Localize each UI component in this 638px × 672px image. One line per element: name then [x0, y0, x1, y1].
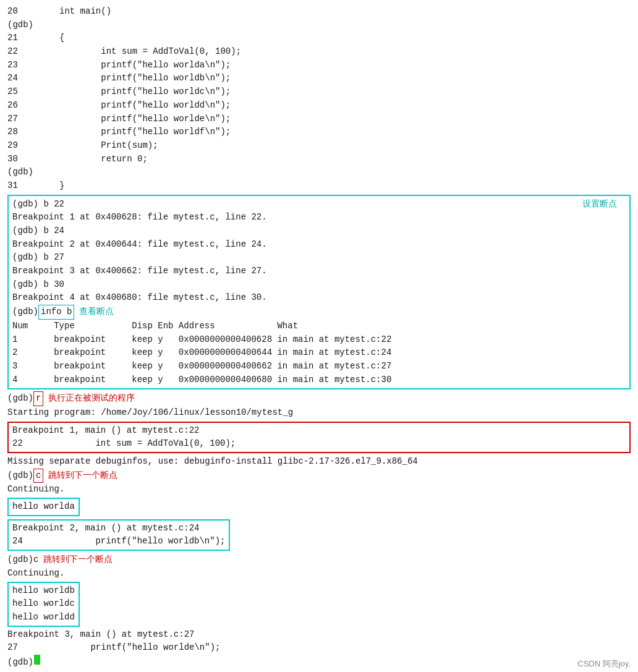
run-label: 执行正在被测试的程序: [48, 391, 135, 405]
continuing2: Continuing.: [7, 567, 631, 581]
bp1-hit-line2: 22 int sum = AddToVal(0, 100);: [12, 437, 626, 451]
bp3-hit: Breakpoint 3, main () at mytest.c:27: [7, 628, 631, 642]
code-line-30: 30 return 0;: [7, 153, 631, 166]
output2-line2: hello worldc: [12, 597, 75, 611]
bp-cmd-4: (gdb) b 30: [12, 278, 626, 292]
final-prompt-text: (gdb): [7, 656, 33, 670]
bp2-hit-line2: 24 printf("hello worldb\n");: [12, 535, 225, 548]
continue2-label: 跳转到下一个断点: [43, 553, 113, 566]
terminal: 20 int main() (gdb) 21 { 22 int sum = Ad…: [0, 0, 638, 672]
continuing1: Continuing.: [7, 483, 631, 496]
bp1-hit-line1: Breakpoint 1, main () at mytest.c:22: [12, 424, 626, 438]
bp-table-header: Num Type Disp Enb Address What: [12, 320, 626, 333]
continue1-row: (gdb) c跳转到下一个断点: [7, 469, 631, 483]
terminal-cursor: [34, 655, 40, 665]
gdb-prompt-c2: (gdb): [7, 553, 33, 567]
breakpoint-section: 设置断点 (gdb) b 22 Breakpoint 1 at 0x400628…: [7, 195, 631, 390]
code-line-26: 26 printf("hello worldd\n");: [7, 99, 631, 113]
continue1-cmd[interactable]: c: [33, 469, 43, 483]
gdb-prompt-1: (gdb): [7, 166, 631, 179]
final-prompt-row: (gdb): [7, 655, 631, 670]
code-line-29: 29 Print(sum);: [7, 139, 631, 153]
missing-debug: Missing separate debuginfos, use: debugi…: [7, 455, 631, 469]
continue2-row: (gdb) c跳转到下一个断点: [7, 553, 631, 567]
output2-line1: hello worldb: [12, 584, 75, 598]
bp3-line: 27 printf("hello worlde\n");: [7, 641, 631, 655]
code-line-24: 24 printf("hello worldb\n");: [7, 72, 631, 85]
watermark: CSDN 阿亮joy.: [577, 658, 631, 670]
output2-section: hello worldb hello worldc hello worldd: [7, 582, 80, 627]
breakpoint-label: 设置断点: [582, 197, 617, 211]
code-line-31: 31 }: [7, 179, 631, 193]
run-command[interactable]: r: [33, 391, 43, 406]
code-line-25: 25 printf("hello worldc\n");: [7, 85, 631, 99]
code-line-21: 21 {: [7, 32, 631, 45]
gdb-prompt-info: (gdb): [12, 305, 38, 319]
output1-line1: hello worlda: [12, 500, 75, 514]
bp2-hit-line1: Breakpoint 2, main () at mytest.c:24: [12, 522, 225, 535]
code-line-22: 22 int sum = AddToVal(0, 100);: [7, 45, 631, 59]
output2-line3: hello worldd: [12, 611, 75, 624]
bp2-hit-section: Breakpoint 2, main () at mytest.c:24 24 …: [7, 519, 230, 551]
code-line-23: 23 printf("hello worlda\n");: [7, 59, 631, 72]
output1-section: hello worlda: [7, 498, 80, 516]
bp-cmd-3: (gdb) b 27: [12, 251, 626, 265]
gdb-prompt-0: (gdb): [7, 19, 631, 32]
code-line-28: 28 printf("hello worldf\n");: [7, 125, 631, 139]
continue1-label: 跳转到下一个断点: [48, 469, 117, 482]
continue2-cmd[interactable]: c: [33, 553, 38, 567]
run-output: Starting program: /home/Joy/106/linux/le…: [7, 406, 631, 420]
bp-cmd-1: (gdb) b 22: [12, 198, 626, 211]
bp-row-4: 4 breakpoint keep y 0x0000000000400680 i…: [12, 373, 626, 387]
bp-row-2: 2 breakpoint keep y 0x0000000000400644 i…: [12, 346, 626, 360]
gdb-prompt-c1: (gdb): [7, 469, 33, 483]
code-line-20: 20 int main(): [7, 5, 631, 19]
bp-out-2: Breakpoint 2 at 0x400644: file mytest.c,…: [12, 238, 626, 252]
run-row: (gdb) r执行正在被测试的程序: [7, 391, 631, 406]
bp-out-1: Breakpoint 1 at 0x400628: file mytest.c,…: [12, 211, 626, 224]
gdb-prompt-run: (gdb): [7, 392, 33, 406]
code-line-27: 27 printf("hello worlde\n");: [7, 113, 631, 126]
info-b-command[interactable]: info b: [38, 305, 74, 320]
bp1-hit-section: Breakpoint 1, main () at mytest.c:22 22 …: [7, 422, 631, 453]
bp-out-3: Breakpoint 3 at 0x400662: file mytest.c,…: [12, 265, 626, 278]
bp-row-3: 3 breakpoint keep y 0x0000000000400662 i…: [12, 360, 626, 373]
info-b-row: (gdb) info b查看断点: [12, 305, 626, 320]
bp-row-1: 1 breakpoint keep y 0x0000000000400628 i…: [12, 333, 626, 347]
bp-cmd-2: (gdb) b 24: [12, 224, 626, 238]
info-b-label: 查看断点: [79, 305, 114, 318]
bp-out-4: Breakpoint 4 at 0x400680: file mytest.c,…: [12, 291, 626, 305]
